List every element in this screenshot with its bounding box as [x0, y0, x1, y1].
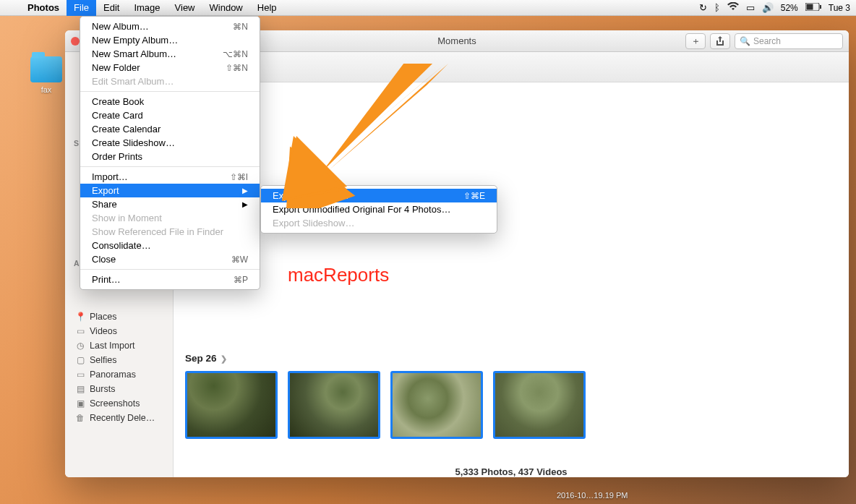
sidebar-item-selfies[interactable]: ▢Selfies: [65, 353, 173, 367]
sidebar-item-bursts[interactable]: ▤Bursts: [65, 382, 173, 396]
svg-rect-1: [806, 4, 813, 10]
airplay-icon[interactable]: ▭: [746, 2, 755, 13]
battery-percent[interactable]: 52%: [781, 3, 798, 13]
menu-item[interactable]: Order Prints: [80, 150, 260, 163]
menu-item[interactable]: New Empty Album…: [80, 33, 260, 47]
moment-date-header[interactable]: Sep 26 ❯: [174, 343, 849, 371]
menu-window[interactable]: Window: [202, 0, 250, 16]
menu-item[interactable]: Create Slideshow…: [80, 136, 260, 150]
menu-separator: [80, 269, 260, 270]
library-status: 5,333 Photos, 437 Videos Updated Just No…: [174, 466, 849, 477]
share-button[interactable]: [710, 33, 730, 49]
sidebar-item-last-import[interactable]: ◷Last Import: [65, 338, 173, 353]
content-area: Sep 26 ❯ 5,333 Photos, 437 Videos Update…: [174, 52, 849, 477]
folder-icon: [30, 56, 62, 82]
sidebar-item-screenshots[interactable]: ▣Screenshots: [65, 396, 173, 411]
chevron-right-icon: ❯: [218, 354, 227, 363]
add-button[interactable]: ＋: [685, 33, 706, 49]
menu-item[interactable]: Import…⇧⌘I: [80, 170, 260, 184]
status-main: 5,333 Photos, 437 Videos: [174, 466, 849, 477]
menu-separator: [80, 91, 260, 92]
search-icon: 🔍: [740, 36, 750, 46]
menu-item[interactable]: Share▶: [80, 197, 260, 211]
menu-item[interactable]: New Smart Album…⌥⌘N: [80, 47, 260, 61]
battery-icon[interactable]: [805, 2, 821, 13]
menu-item[interactable]: Create Card: [80, 108, 260, 122]
thumbnail-row: [174, 371, 849, 439]
desktop-folder[interactable]: fax: [29, 56, 64, 94]
photo-thumbnail[interactable]: [493, 371, 586, 439]
menu-item: Edit Smart Album…: [80, 74, 260, 88]
menu-item: Show Referenced File in Finder: [80, 225, 260, 239]
volume-icon[interactable]: 🔊: [762, 2, 774, 13]
watermark-text: macReports: [288, 264, 389, 286]
camera-icon: ▢: [75, 355, 85, 365]
search-placeholder: Search: [753, 36, 781, 46]
menu-edit[interactable]: Edit: [96, 0, 127, 16]
file-menu-dropdown: New Album…⌘NNew Empty Album…New Smart Al…: [80, 16, 260, 290]
folder-label: fax: [29, 85, 64, 94]
menu-image[interactable]: Image: [127, 0, 167, 16]
menu-separator: [80, 166, 260, 167]
menu-item: Show in Moment: [80, 211, 260, 225]
menu-item[interactable]: Create Calendar: [80, 122, 260, 136]
menu-item[interactable]: Close⌘W: [80, 252, 260, 266]
sidebar-item-recently-deleted[interactable]: 🗑Recently Dele…: [65, 411, 173, 425]
photo-thumbnail[interactable]: [390, 371, 483, 439]
video-icon: ▭: [75, 326, 85, 336]
chevron-right-icon: ▶: [242, 200, 248, 208]
clock-icon: ◷: [75, 341, 85, 351]
menu-item[interactable]: Print…⌘P: [80, 273, 260, 286]
menu-item[interactable]: New Folder⇧⌘N: [80, 61, 260, 74]
pin-icon: 📍: [75, 312, 85, 322]
menu-item[interactable]: Export▶: [80, 184, 260, 197]
export-submenu: Export 4 Photos…⇧⌘EExport Unmodified Ori…: [260, 185, 497, 234]
submenu-item[interactable]: Export 4 Photos…⇧⌘E: [261, 189, 497, 202]
sidebar-item-places[interactable]: 📍Places: [65, 309, 173, 324]
panorama-icon: ▭: [75, 370, 85, 380]
window-close-button[interactable]: [71, 37, 80, 46]
content-toolbar: [174, 52, 849, 82]
chevron-right-icon: ▶: [242, 187, 248, 195]
submenu-item[interactable]: Export Unmodified Original For 4 Photos…: [261, 202, 497, 216]
wifi-icon[interactable]: [727, 2, 739, 13]
menu-item[interactable]: New Album…⌘N: [80, 20, 260, 33]
trash-icon: 🗑: [75, 413, 85, 423]
search-input[interactable]: 🔍 Search: [735, 33, 843, 49]
submenu-item: Export Slideshow…: [261, 216, 497, 230]
photo-thumbnail[interactable]: [185, 371, 278, 439]
dock-file-caption: 2016-10…19.19 PM: [557, 491, 628, 500]
svg-rect-2: [820, 5, 821, 9]
system-menubar: Photos File Edit Image View Window Help …: [0, 0, 856, 16]
app-name[interactable]: Photos: [20, 2, 67, 13]
photo-thumbnail[interactable]: [288, 371, 380, 439]
menu-view[interactable]: View: [168, 0, 202, 16]
menu-help[interactable]: Help: [250, 0, 284, 16]
timemachine-icon[interactable]: ↻: [699, 2, 707, 13]
menu-item[interactable]: Consolidate…: [80, 239, 260, 252]
burst-icon: ▤: [75, 384, 85, 394]
sidebar-item-panoramas[interactable]: ▭Panoramas: [65, 367, 173, 382]
menu-file[interactable]: File: [67, 0, 96, 16]
screenshot-icon: ▣: [75, 398, 85, 409]
bluetooth-icon[interactable]: ᛒ: [714, 2, 720, 13]
clock-time[interactable]: Tue 3: [829, 3, 850, 13]
menu-item[interactable]: Create Book: [80, 95, 260, 108]
sidebar-item-videos[interactable]: ▭Videos: [65, 324, 173, 338]
